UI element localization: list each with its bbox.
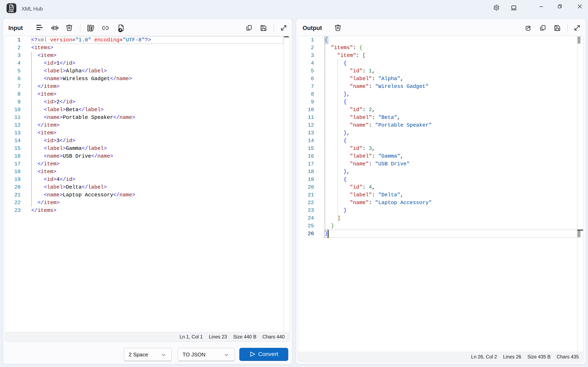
svg-text:</>: </> — [10, 7, 13, 9]
svg-text:XML: XML — [8, 10, 15, 13]
